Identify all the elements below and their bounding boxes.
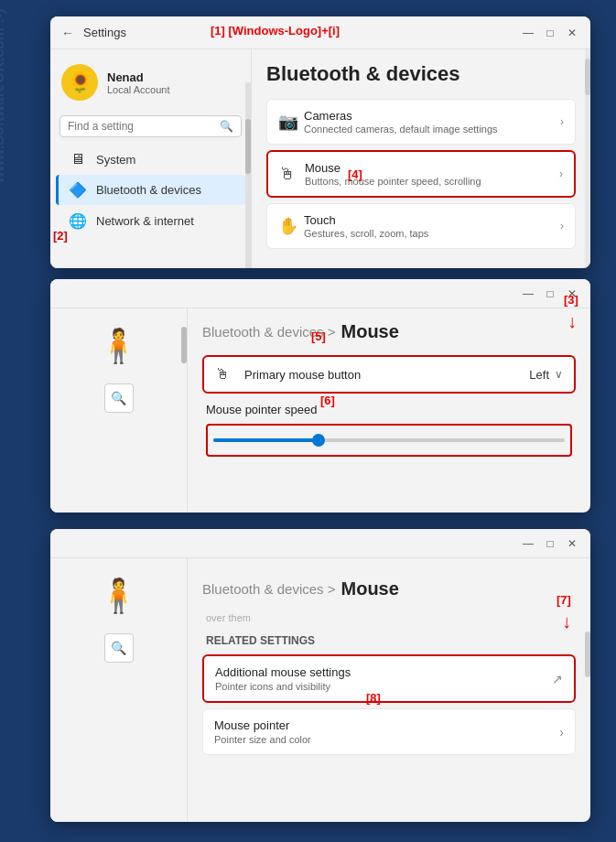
window-controls-3: — □ ✕: [521, 536, 579, 551]
search-input[interactable]: [68, 120, 214, 133]
speed-slider-container[interactable]: [206, 424, 572, 457]
cameras-text: Cameras Connected cameras, default image…: [304, 109, 560, 135]
sidebar-item-network[interactable]: 🌐 Network & internet: [56, 206, 245, 236]
related-settings-label: Related settings: [202, 634, 576, 647]
user-name: Nenad: [107, 70, 170, 84]
mouse-text: Mouse Buttons, mouse pointer speed, scro…: [305, 161, 559, 187]
panel3-scrollbar-thumb: [585, 632, 590, 677]
mouse-chevron: ›: [559, 167, 563, 180]
sidebar-item-bluetooth[interactable]: 🔷 Bluetooth & devices: [56, 175, 245, 205]
cameras-label: Cameras: [304, 109, 560, 123]
sidebar-scrollbar-thumb: [245, 119, 251, 174]
panel2-sidebar: 🧍 🔍: [50, 308, 188, 513]
additional-mouse-text: Additional mouse settings Pointer icons …: [215, 665, 552, 692]
primary-mouse-button-row[interactable]: 🖱 Primary mouse button Left ∨: [202, 355, 576, 394]
panel3-person-icon: 🧍: [98, 577, 139, 615]
search-icon: 🔍: [220, 120, 233, 133]
window-controls-2: — □ ✕: [521, 286, 579, 301]
panel3-body: 🧍 🔍 Bluetooth & devices > Mouse over the…: [50, 558, 590, 822]
touch-label: Touch: [304, 213, 560, 227]
breadcrumb-parent-3: Bluetooth & devices >: [202, 581, 336, 597]
mouse-pointer-label: Mouse pointer: [214, 718, 559, 732]
mouse-speed-label: Mouse pointer speed: [206, 403, 572, 416]
watermark-vertical: www.SoftwareOK.com :-): [0, 8, 7, 183]
window-controls: — □ ✕: [521, 26, 579, 40]
main-scrollbar-1[interactable]: [585, 49, 590, 268]
main-content-1: Bluetooth & devices 📷 Cameras Connected …: [252, 49, 590, 268]
settings-item-touch[interactable]: ✋ Touch Gestures, scroll, zoom, taps ›: [266, 203, 576, 249]
panel3-scrollbar[interactable]: [585, 558, 590, 822]
primary-mouse-button-value: Left ∨: [529, 368, 563, 382]
panel3-search-icon[interactable]: 🔍: [104, 633, 134, 663]
breadcrumb-parent-2: Bluetooth & devices >: [202, 324, 336, 340]
maximize-button-3[interactable]: □: [543, 536, 557, 551]
panel2-breadcrumb: Bluetooth & devices > Mouse: [202, 321, 576, 342]
value-left: Left: [529, 368, 549, 382]
touch-chevron: ›: [560, 220, 564, 232]
settings-window-3: — □ ✕ 🧍 🔍 Bluetooth & devices > Mouse ov…: [50, 529, 590, 822]
touch-icon: ✋: [278, 216, 304, 236]
touch-sub: Gestures, scroll, zoom, taps: [304, 228, 560, 239]
network-icon: 🌐: [69, 212, 87, 230]
minimize-button-2[interactable]: —: [521, 286, 535, 301]
maximize-button-2[interactable]: □: [543, 286, 557, 301]
panel2-scrollbar-thumb: [181, 327, 187, 363]
mouse-pointer-sub: Pointer size and color: [214, 734, 559, 745]
panel2-search-icon[interactable]: 🔍: [104, 383, 134, 413]
avatar: 🌻: [61, 64, 98, 101]
main-scrollbar-thumb-1: [585, 59, 590, 95]
system-icon: 🖥: [69, 151, 87, 167]
close-button[interactable]: ✕: [565, 26, 579, 40]
additional-mouse-settings-item[interactable]: Additional mouse settings Pointer icons …: [202, 654, 576, 703]
settings-window-1: ← Settings — □ ✕ 🌻 Nenad Local Account 🔍: [50, 16, 590, 268]
mouse-label: Mouse: [305, 161, 559, 175]
minimize-button-3[interactable]: —: [521, 536, 535, 551]
settings-item-cameras[interactable]: 📷 Cameras Connected cameras, default ima…: [266, 99, 576, 145]
mouse-row-icon: 🖱: [215, 366, 237, 383]
search-box[interactable]: 🔍: [59, 115, 242, 137]
settings-window-2: — □ ✕ 🧍 🔍 Bluetooth & devices > Mouse 🖱 …: [50, 279, 590, 513]
panel2-scrollbar[interactable]: [181, 308, 187, 513]
bluetooth-icon: 🔷: [69, 181, 87, 199]
settings-item-mouse[interactable]: 🖱 Mouse Buttons, mouse pointer speed, sc…: [266, 150, 576, 198]
back-button[interactable]: ←: [61, 26, 74, 40]
mouse-icon: 🖱: [279, 165, 305, 184]
panel3-main: Bluetooth & devices > Mouse over them Re…: [188, 558, 590, 822]
user-details: Nenad Local Account: [107, 70, 170, 95]
additional-mouse-sub: Pointer icons and visibility: [215, 681, 552, 692]
user-account-type: Local Account: [107, 84, 170, 95]
breadcrumb-active-2: Mouse: [341, 321, 399, 342]
sidebar-item-label-bluetooth: Bluetooth & devices: [96, 183, 201, 197]
close-button-3[interactable]: ✕: [565, 536, 579, 551]
minimize-button[interactable]: —: [521, 26, 535, 40]
panel3-breadcrumb: Bluetooth & devices > Mouse: [202, 578, 576, 599]
panel1-body: 🌻 Nenad Local Account 🔍 🖥 System 🔷 Bluet…: [50, 49, 590, 268]
overflow-text: over them: [202, 612, 576, 631]
camera-icon: 📷: [278, 112, 304, 132]
panel3-sidebar: 🧍 🔍: [50, 558, 188, 822]
slider-thumb[interactable]: [312, 434, 325, 447]
mouse-speed-section: Mouse pointer speed: [202, 403, 576, 457]
mouse-pointer-item[interactable]: Mouse pointer Pointer size and color ›: [202, 708, 576, 755]
dropdown-chevron: ∨: [555, 368, 563, 381]
main-title-1: Bluetooth & devices: [266, 62, 576, 86]
maximize-button[interactable]: □: [543, 26, 557, 40]
mouse-sub: Buttons, mouse pointer speed, scrolling: [305, 176, 559, 187]
titlebar-3: — □ ✕: [50, 529, 590, 558]
touch-text: Touch Gestures, scroll, zoom, taps: [304, 213, 560, 239]
panel2-main: Bluetooth & devices > Mouse 🖱 Primary mo…: [188, 308, 590, 513]
panel2-body: 🧍 🔍 Bluetooth & devices > Mouse 🖱 Primar…: [50, 308, 590, 513]
close-button-2[interactable]: ✕: [565, 286, 579, 301]
additional-mouse-label: Additional mouse settings: [215, 665, 552, 679]
chevron-right-icon: ›: [559, 725, 564, 739]
slider-track[interactable]: [213, 438, 565, 442]
external-link-icon: ↗: [552, 672, 563, 686]
sidebar-item-label-system: System: [96, 153, 135, 167]
primary-mouse-button-label: Primary mouse button: [237, 368, 529, 382]
titlebar-1: ← Settings — □ ✕: [50, 16, 590, 49]
sidebar-item-system[interactable]: 🖥 System: [56, 145, 245, 174]
sidebar-scrollbar[interactable]: [245, 82, 251, 268]
panel2-person-icon: 🧍: [98, 327, 139, 365]
sidebar-item-label-network: Network & internet: [96, 214, 194, 228]
user-info-section: 🌻 Nenad Local Account: [50, 57, 251, 112]
